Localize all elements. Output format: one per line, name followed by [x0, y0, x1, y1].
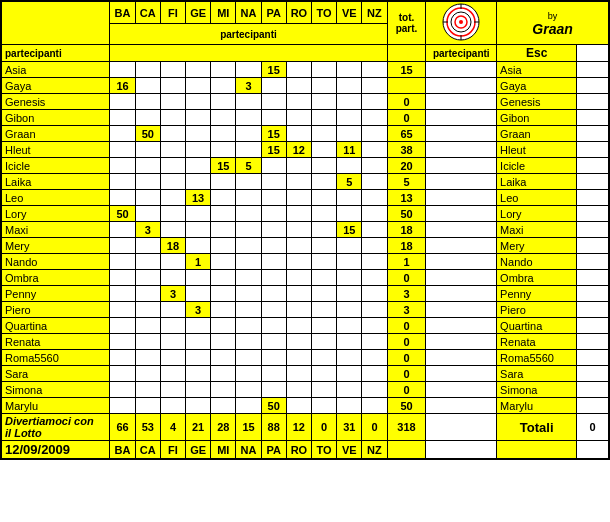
cell-ca — [135, 350, 160, 366]
cell-to — [311, 286, 336, 302]
graan-logo — [426, 1, 497, 45]
bottom-totali — [497, 441, 577, 460]
cell-ve — [337, 302, 362, 318]
sum-ro: 12 — [286, 414, 311, 441]
cell-ba — [110, 302, 135, 318]
cell-fi — [160, 382, 185, 398]
player-name-right: Ombra — [497, 270, 577, 286]
cell-ve — [337, 366, 362, 382]
sum-ve: 31 — [337, 414, 362, 441]
cell-ca — [135, 158, 160, 174]
logo-spacer — [426, 126, 497, 142]
cell-ve: 11 — [337, 142, 362, 158]
cell-fi — [160, 62, 185, 78]
cell-na — [236, 270, 261, 286]
date-label: 12/09/2009 — [1, 441, 110, 460]
cell-fi — [160, 350, 185, 366]
cell-to — [311, 206, 336, 222]
cell-nz — [362, 126, 387, 142]
cell-to — [311, 158, 336, 174]
total-col: 13 — [387, 190, 426, 206]
player-name-right: Penny — [497, 286, 577, 302]
cell-na — [236, 302, 261, 318]
player-name-right: Genesis — [497, 94, 577, 110]
cell-ro — [286, 334, 311, 350]
player-name: Ombra — [1, 270, 110, 286]
cell-ba — [110, 398, 135, 414]
cell-ca — [135, 398, 160, 414]
player-name-right: Marylu — [497, 398, 577, 414]
player-name: Piero — [1, 302, 110, 318]
table-row: Maxi31518Maxi — [1, 222, 609, 238]
logo-spacer — [426, 238, 497, 254]
cell-to — [311, 334, 336, 350]
cell-ge — [186, 318, 211, 334]
bottom-col-na: NA — [236, 441, 261, 460]
cell-fi — [160, 270, 185, 286]
cell-ge: 13 — [186, 190, 211, 206]
cell-ro: 12 — [286, 142, 311, 158]
app-title — [1, 1, 110, 45]
cell-ve — [337, 318, 362, 334]
cell-to — [311, 110, 336, 126]
table-row: Lory5050Lory — [1, 206, 609, 222]
cell-ca — [135, 190, 160, 206]
player-name-right: Renata — [497, 334, 577, 350]
title-esc: Esc — [497, 45, 577, 62]
by-graan: by Graan — [497, 1, 609, 45]
cell-ro — [286, 286, 311, 302]
player-name: Hleut — [1, 142, 110, 158]
cell-ro — [286, 318, 311, 334]
cell-fi — [160, 126, 185, 142]
cell-pa — [261, 174, 286, 190]
table-row: Penny33Penny — [1, 286, 609, 302]
logo-spacer — [426, 158, 497, 174]
logo-spacer — [426, 302, 497, 318]
cell-pa — [261, 366, 286, 382]
table-row: Ombra0Ombra — [1, 270, 609, 286]
table-row: Laika55Laika — [1, 174, 609, 190]
grand-total: 318 — [387, 414, 426, 441]
cell-ve — [337, 158, 362, 174]
cell-nz — [362, 238, 387, 254]
cell-ge — [186, 126, 211, 142]
table-row: Nando11Nando — [1, 254, 609, 270]
cell-ve — [337, 78, 362, 94]
cell-na — [236, 350, 261, 366]
cell-mi — [211, 334, 236, 350]
total-col: 38 — [387, 142, 426, 158]
esc-col — [577, 334, 609, 350]
player-name: Graan — [1, 126, 110, 142]
table-row: Roma55600Roma5560 — [1, 350, 609, 366]
cell-ca — [135, 318, 160, 334]
col-MI: MI — [211, 1, 236, 24]
cell-nz — [362, 318, 387, 334]
cell-ba — [110, 174, 135, 190]
cell-to — [311, 142, 336, 158]
cell-ba — [110, 382, 135, 398]
cell-na — [236, 398, 261, 414]
header-row: BA CA FI GE MI NA PA RO TO VE NZ tot.par… — [1, 1, 609, 24]
cell-to — [311, 126, 336, 142]
player-name: Nando — [1, 254, 110, 270]
cell-pa — [261, 286, 286, 302]
cell-ca — [135, 142, 160, 158]
tot-part-header: tot.part. — [387, 1, 426, 45]
cell-fi — [160, 302, 185, 318]
logo-spacer — [426, 286, 497, 302]
player-name-right: Gaya — [497, 78, 577, 94]
cell-ro — [286, 174, 311, 190]
cell-ve — [337, 334, 362, 350]
cell-ge — [186, 270, 211, 286]
sum-nz: 0 — [362, 414, 387, 441]
cell-na — [236, 318, 261, 334]
cell-nz — [362, 206, 387, 222]
cell-fi — [160, 398, 185, 414]
logo-spacer — [426, 254, 497, 270]
cell-fi — [160, 366, 185, 382]
cell-to — [311, 174, 336, 190]
partecipanti-left: partecipanti — [110, 24, 387, 45]
cell-ve — [337, 126, 362, 142]
logo-spacer — [426, 190, 497, 206]
player-name: Icicle — [1, 158, 110, 174]
